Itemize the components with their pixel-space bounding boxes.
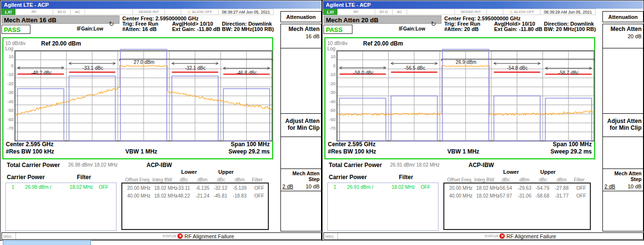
step-option-active[interactable]: 2 dB — [604, 184, 615, 189]
softkey-mech-atten-step[interactable]: Mech Atten Step 2 dB 10 dB — [281, 169, 321, 191]
measurement-banner: Mech Atten 16 dB — [1, 15, 119, 24]
window-titlebar[interactable]: Agilent LTE - ACP — [1, 1, 321, 9]
col-lower-dbm: dBm — [511, 177, 529, 183]
softkey-adjust-atten[interactable]: Adjust Atten for Min Clip — [603, 114, 643, 137]
sweep-label: Sweep 29.2 ms — [551, 148, 592, 155]
rf-indicator: RF — [337, 9, 375, 15]
acp-cell: -54.79 — [531, 185, 549, 191]
col-filter: Filter — [250, 177, 264, 183]
y-axis-label: -20 — [325, 81, 336, 86]
coupling-indicator: AC — [71, 9, 85, 15]
y-axis-label: -40 — [325, 99, 336, 104]
status-cell-empty — [85, 9, 133, 15]
measurement-banner: Mech Atten 20 dB — [323, 15, 441, 24]
warning-icon: ⚠ — [509, 10, 513, 15]
sweep-label: Sweep 29.2 ms — [229, 148, 270, 155]
carrier-index: 1 — [334, 184, 337, 190]
acp-annotation-adj-right: -54.8 dBc — [494, 65, 541, 71]
pass-verdict: PASS — [1, 25, 30, 34]
analyzer-window: Agilent LTE - ACP LXI RF 50 Ω AC SENSE:I… — [0, 0, 322, 241]
acp-annotation-outer-left: -58.0 dBc — [340, 70, 387, 76]
softkey-label: for Min Clip — [282, 124, 320, 131]
softkey-mech-atten[interactable]: Mech Atten 20 dB — [603, 24, 643, 48]
window-titlebar[interactable]: Agilent LTE - ACP — [323, 1, 643, 9]
error-icon: ✕ — [177, 233, 183, 239]
y-axis-label: -30 — [325, 90, 336, 95]
softkey-value: 16 dB — [282, 33, 320, 39]
filter-header: Filter — [399, 174, 413, 181]
step-option-active[interactable]: 2 dB — [282, 184, 293, 189]
softkey-column: Mech Atten 16 dB Adjust Atten for Min Cl… — [280, 24, 322, 231]
y-axis-label: 0 — [3, 63, 14, 68]
softkey-mech-atten-step[interactable]: Mech Atten Step 2 dB 10 dB — [603, 169, 643, 191]
datetime: 08:39:29 AM Jun 05, 2021 — [541, 9, 596, 15]
acp-cell: -57.97 — [495, 193, 512, 199]
status-strip: LXI RF 50 Ω AC SENSE:INT ⚠ALIGN OFF 08:3… — [1, 9, 274, 15]
bw-readout: BW: 20 MHz(100 RB) — [544, 26, 596, 32]
datetime: 08:38:27 AM Jun 05, 2021 — [219, 9, 274, 15]
rf-indicator: RF — [15, 9, 53, 15]
status-group: STATUS ✕ RF Alignment Failure — [484, 233, 556, 239]
softkey-adjust-atten[interactable]: Adjust Atten for Min Clip — [281, 114, 321, 137]
y-axis-label: -70 — [325, 126, 336, 131]
coupling-indicator: AC — [393, 9, 407, 15]
col-offset-freq: Offset Freq — [447, 177, 474, 183]
acp-cell: -27.88 — [550, 185, 569, 191]
log-scale-label: Log — [327, 46, 336, 51]
align-warning: ⚠ALIGN OFF — [181, 9, 219, 15]
acp-annotation-outer-left: -48.2 dBc — [18, 70, 65, 76]
acp-cell: -58.68 — [531, 193, 549, 199]
vbw-label: VBW 1 MHz — [125, 148, 157, 155]
acp-cell: 20.00 MHz — [127, 185, 154, 191]
softkey-value: 20 dB — [604, 33, 642, 39]
carrier-filter: OFF — [421, 184, 430, 190]
status-label: STATUS — [162, 234, 176, 238]
impedance-indicator: 50 Ω — [375, 9, 393, 15]
softkey-mech-atten[interactable]: Mech Atten 16 dB — [281, 24, 321, 48]
acp-cell: OFF — [252, 193, 266, 199]
align-label: ALIGN OFF — [192, 10, 212, 14]
step-option[interactable]: 10 dB — [628, 184, 642, 189]
col-upper-dbm: dBm — [548, 177, 567, 183]
center-freq-label: Center 2.595 GHz — [6, 141, 54, 148]
ref-level-label: Ref 20.00 dBm — [363, 40, 403, 47]
y-axis-label: -50 — [325, 108, 336, 113]
span-label: Span 100 MHz — [553, 141, 592, 148]
y-axis-label: -40 — [3, 99, 14, 104]
carrier-power-box: 1 26.98 dBm / 18.02 MHz OFF — [5, 183, 117, 231]
sense-indicator: SENSE:INT — [133, 9, 165, 15]
atten-readout: #Atten: 20 dB — [444, 26, 479, 32]
carrier-value: 26.98 dBm / — [25, 184, 51, 190]
col-offset-freq: Offset Freq — [125, 177, 152, 183]
carrier-power-box: 1 26.91 dBm / 18.02 MHz OFF — [327, 183, 439, 231]
acp-cell: 40.00 MHz — [449, 193, 476, 199]
step-option[interactable]: 10 dB — [306, 184, 320, 189]
scale-label: 10 dB/div — [327, 41, 348, 46]
acp-cell: -18.83 — [228, 193, 247, 199]
acp-annotation-adj-left: -33.1 dBc — [70, 65, 116, 71]
lower-group-header: Lower — [493, 169, 529, 175]
if-gain-label: IFGain:Low — [77, 26, 103, 31]
y-axis-label: -20 — [3, 81, 14, 86]
message-bar: MSG STATUS ✕ RF Alignment Failure — [323, 232, 644, 240]
acp-annotation-outer-right: -58.7 dBc — [545, 70, 592, 76]
acp-cell: -6.135 — [191, 185, 209, 191]
total-carrier-power-value: 26.98 dBm/ 18.02 MHz — [68, 162, 117, 168]
res-bw-label: #Res BW 100 kHz — [328, 148, 376, 155]
acp-cell: -21.24 — [191, 193, 209, 199]
vbw-label: VBW 1 MHz — [447, 148, 479, 155]
window-title: Agilent LTE - ACP — [326, 2, 371, 8]
softkey-label: Mech Atten Step — [282, 170, 320, 182]
softkey-label: for Min Clip — [604, 124, 642, 131]
continuous-sweep-icon: ↻ — [109, 20, 114, 28]
carrier-power-header: Carrier Power — [329, 174, 367, 181]
ext-gain-readout: Ext Gain: -11.80 dB — [172, 26, 220, 32]
carrier-power-annotation: 26.9 dBm — [443, 60, 489, 65]
acp-cell: -29.63 — [513, 185, 531, 191]
atten-readout: #Atten: 16 dB — [122, 26, 157, 32]
total-carrier-power-label: Total Carrier Power — [329, 162, 382, 168]
softkey-label: Mech Atten — [282, 26, 320, 32]
carrier-power-annotation: 27.0 dBm — [121, 60, 167, 65]
pass-verdict: PASS — [323, 25, 352, 34]
status-group: STATUS ✕ RF Alignment Failure — [162, 233, 234, 239]
